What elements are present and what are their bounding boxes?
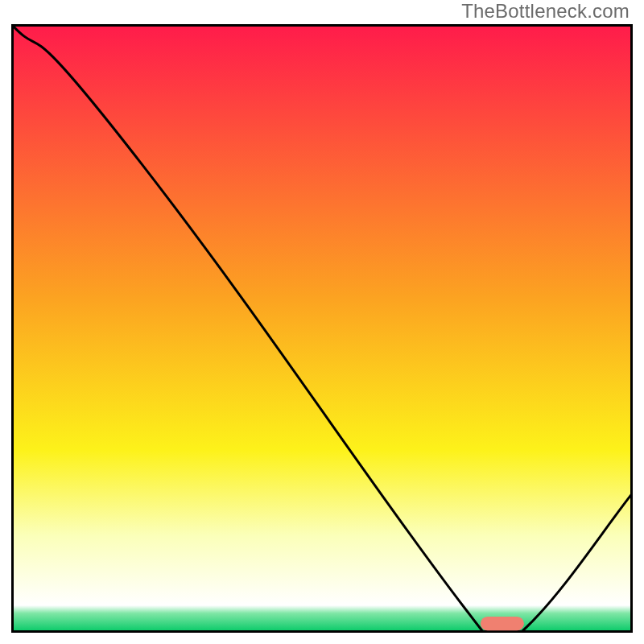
marker-pill [481, 617, 524, 630]
watermark-label: TheBottleneck.com [461, 0, 630, 23]
chart-frame: TheBottleneck.com [0, 0, 644, 644]
chart-svg [11, 24, 633, 633]
plot-area [11, 24, 633, 633]
